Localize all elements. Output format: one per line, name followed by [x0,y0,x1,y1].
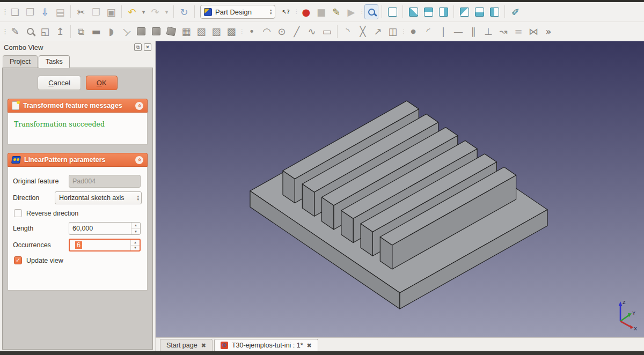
3d-model[interactable] [156,41,644,337]
toolbar1-handle[interactable]: ⋮ [2,6,7,18]
occurrences-label: Occurrences [13,241,69,249]
left-view-icon[interactable] [487,4,501,19]
length-spinbox[interactable]: 60,000 ▴ ▾ [69,222,141,235]
pad-solid-icon[interactable] [134,24,148,39]
constraint-tangent-arc-icon[interactable]: ◜ [421,24,435,39]
linear-pattern-icon[interactable]: ▧ [194,24,208,39]
toolbar-separator [402,5,403,18]
top-view-icon[interactable] [421,4,435,19]
close-tab-icon[interactable]: ✖ [307,342,312,349]
bottom-view-icon[interactable] [472,4,486,19]
constraint-vertical-icon[interactable]: | [436,24,450,39]
occurrences-spin-buttons[interactable]: ▴ ▾ [130,240,140,250]
combobox-arrows-icon: ▴▾ [270,9,272,15]
length-spin-buttons[interactable]: ▴ ▾ [131,223,140,234]
combobox-arrows-icon[interactable]: ▴▾ [137,195,139,201]
datum-plane-icon[interactable]: ⧉ [74,24,88,39]
new-sketch-icon[interactable]: ✎ [8,24,22,39]
leave-sketch-icon[interactable]: ↥ [53,24,67,39]
mirrored-icon[interactable]: ▦ [179,24,193,39]
constraint-equal-icon[interactable]: = [511,24,525,39]
toolbar-separator: ⋮ [359,6,363,17]
fillet-icon[interactable]: ◝ [341,24,355,39]
occurrences-selected-value: 6 [75,241,82,249]
edit-sketch-icon[interactable] [23,24,37,39]
rectangle-icon[interactable]: ▭ [320,24,334,39]
multi-transform-icon[interactable]: ▩ [224,24,238,39]
pocket-solid-icon[interactable] [149,24,163,39]
toolbar-overflow-icon[interactable]: » [541,24,555,39]
rear-view-icon[interactable] [457,4,471,19]
top-view-icon [424,8,433,17]
print-icon[interactable]: ▤ [53,4,67,19]
mdi-tab-document[interactable]: ⚙ T30-ejemplos-tut-ini : 1* ✖ [214,339,318,351]
refresh-icon[interactable]: ↻ [177,4,191,19]
polar-pattern-icon[interactable]: ▨ [209,24,223,39]
update-view-checkbox[interactable]: ✓ [14,256,22,264]
workbench-label: Part Design [215,8,267,16]
open-file-icon[interactable]: ❒ [23,4,37,19]
panel-close-icon[interactable]: ✕ [144,43,151,51]
line-icon[interactable]: ╱ [290,24,304,39]
toolbar-separator: ⋮ [294,6,298,17]
tab-project[interactable]: Project [3,55,38,68]
collapse-pattern-icon[interactable]: « [135,156,143,164]
copy-icon[interactable]: ❐ [89,4,103,19]
fit-all-icon [368,9,375,16]
constraint-coincident-icon[interactable]: ● [406,24,420,39]
paste-icon[interactable]: ▣ [104,4,118,19]
whats-this-icon[interactable]: ↖? [279,4,292,19]
original-feature-label: Original feature [13,178,69,185]
macro-play-icon[interactable]: ▶ [344,4,358,19]
save-icon[interactable]: ⇩ [38,4,52,19]
constraint-parallel-icon[interactable]: ∥ [466,24,480,39]
chamfer-solid-icon[interactable] [164,24,178,39]
toolbar-separator [70,5,71,18]
cut-icon[interactable]: ✂ [74,4,88,19]
undo-icon[interactable]: ↶ [125,4,139,19]
macro-edit-icon[interactable]: ✎ [329,4,343,19]
toolbar2-handle[interactable]: ⋮ [2,26,7,38]
collapse-messages-icon[interactable]: « [135,102,143,110]
panel-float-icon[interactable]: ⧉ [134,43,142,51]
redo-dropdown-icon[interactable]: ▾ [163,4,170,19]
3d-viewport[interactable]: Z Y X [156,41,644,337]
redo-icon[interactable]: ↷ [148,4,162,19]
spin-up-icon: ▴ [131,223,140,229]
right-view-icon[interactable] [436,4,450,19]
constraint-tangent-icon[interactable]: ↝ [496,24,510,39]
workbench-selector[interactable]: Part Design▴▾ [200,5,275,19]
map-sketch-icon[interactable]: ◱ [38,24,52,39]
reverse-direction-checkbox[interactable] [14,209,22,217]
fit-all-icon[interactable] [364,4,378,19]
pushpin-icon[interactable]: ⊤ [116,21,136,41]
direction-combobox[interactable]: Horizontal sketch axis ▴▾ [55,191,142,204]
front-view-icon[interactable] [406,4,420,19]
macro-stop-icon[interactable]: ■ [314,4,328,19]
constraint-symmetric-icon[interactable]: ⋈ [526,24,540,39]
occurrences-spinbox[interactable]: 6 ▴ ▾ [69,239,141,252]
cancel-button[interactable]: Cancel [38,76,80,90]
circle-icon[interactable]: ⊙ [275,24,289,39]
toolbar-separator [504,5,505,18]
ok-button[interactable]: OK [86,76,118,90]
constraint-horizontal-icon[interactable]: — [451,24,465,39]
tab-tasks[interactable]: Tasks [39,55,70,68]
arc-icon[interactable]: ◠ [260,24,274,39]
new-document-icon[interactable]: ❏ [8,4,22,19]
close-tab-icon[interactable]: ✖ [201,342,206,349]
trim-icon[interactable]: ╳ [356,24,370,39]
polyline-icon[interactable]: ∿ [305,24,319,39]
measure-icon[interactable]: ✐ [508,4,522,19]
point-icon[interactable]: • [245,24,259,39]
constraint-perpendicular-icon[interactable]: ⊥ [481,24,495,39]
undo-dropdown-icon[interactable]: ▾ [140,4,147,19]
pad-icon[interactable]: ▬ [89,24,103,39]
carbon-copy-icon[interactable]: ◫ [386,24,400,39]
mdi-tab-start-page[interactable]: Start page ✖ [160,339,213,351]
axonometric-view-icon[interactable] [385,4,399,19]
messages-group-title: Transformed feature messages [23,102,131,109]
external-geometry-icon[interactable]: ↗ [371,24,385,39]
toolbar-separator [70,25,71,38]
macro-record-icon[interactable]: ● [299,4,313,19]
